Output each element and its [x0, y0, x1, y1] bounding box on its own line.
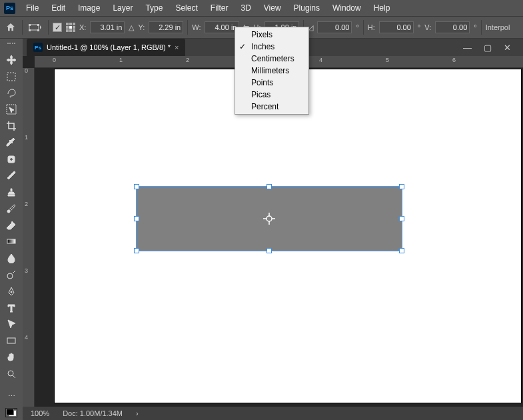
panel-grip[interactable]: [7, 43, 15, 48]
ruler-tick-label: 2: [25, 201, 28, 207]
menu-window[interactable]: Window: [326, 1, 367, 15]
interpolation-label: Interpol: [486, 23, 510, 31]
svg-rect-3: [29, 29, 31, 31]
ruler-tick-label: 6: [452, 57, 456, 63]
handle-bottom-left[interactable]: [134, 248, 139, 253]
units-option-picas[interactable]: Picas: [235, 89, 308, 101]
zoom-readout[interactable]: 100%: [31, 409, 49, 417]
units-option-millimeters[interactable]: Millimeters: [235, 65, 308, 77]
zoom-tool-icon[interactable]: [3, 367, 19, 381]
canvas-viewport[interactable]: [35, 68, 523, 407]
svg-rect-12: [7, 338, 15, 343]
marquee-tool-icon[interactable]: [3, 69, 19, 84]
w-label: W:: [192, 23, 201, 31]
menu-view[interactable]: View: [258, 1, 287, 15]
edit-toolbar-icon[interactable]: ⋯: [3, 389, 19, 404]
menu-layer[interactable]: Layer: [107, 1, 139, 15]
units-option-inches[interactable]: Inches: [235, 41, 308, 53]
lasso-tool-icon[interactable]: [3, 86, 19, 101]
window-minimize-icon[interactable]: —: [463, 43, 472, 53]
handle-top-left[interactable]: [134, 184, 139, 189]
vskew-field[interactable]: 0.00: [435, 21, 470, 33]
object-selection-tool-icon[interactable]: [3, 102, 19, 117]
hand-tool-icon[interactable]: [3, 350, 19, 365]
menu-edit[interactable]: Edit: [45, 1, 71, 15]
units-option-centimeters[interactable]: Centimeters: [235, 53, 308, 65]
menu-image[interactable]: Image: [72, 1, 106, 15]
svg-point-11: [11, 291, 12, 293]
doc-size-readout[interactable]: Doc: 1.00M/1.34M: [63, 409, 123, 417]
svg-point-10: [7, 273, 13, 279]
gradient-tool-icon[interactable]: [3, 235, 19, 249]
dodge-tool-icon[interactable]: [3, 267, 19, 282]
handle-middle-left[interactable]: [134, 216, 139, 221]
deg-icon: °: [356, 23, 358, 31]
divider: [22, 20, 23, 35]
divider: [363, 20, 364, 35]
hskew-field[interactable]: 0.00: [379, 21, 414, 33]
svg-point-14: [266, 216, 272, 221]
history-brush-tool-icon[interactable]: [3, 201, 19, 216]
ruler-tick-label: 3: [25, 267, 28, 274]
brush-tool-icon[interactable]: [3, 168, 19, 183]
x-field[interactable]: 3.01 in: [90, 21, 125, 33]
pen-tool-icon[interactable]: [3, 284, 19, 299]
clone-stamp-tool-icon[interactable]: [3, 185, 19, 199]
color-swatch[interactable]: [3, 405, 19, 420]
ruler-vertical[interactable]: 01234: [23, 68, 35, 407]
rectangle-tool-icon[interactable]: [3, 333, 19, 348]
menu-3d[interactable]: 3D: [235, 1, 257, 15]
menubar: Ps File Edit Image Layer Type Select Fil…: [0, 0, 523, 16]
units-option-percent[interactable]: Percent: [235, 101, 308, 113]
menu-help[interactable]: Help: [368, 1, 396, 15]
close-tab-icon[interactable]: ×: [175, 43, 179, 51]
ruler-tick-label: 0: [25, 67, 28, 74]
ps-file-icon: Ps: [33, 43, 43, 52]
svg-rect-1: [29, 24, 31, 26]
y-field[interactable]: 2.29 in: [149, 21, 183, 33]
window-maximize-icon[interactable]: ▢: [484, 43, 492, 53]
menu-type[interactable]: Type: [139, 1, 169, 15]
window-close-icon[interactable]: ✕: [504, 43, 511, 53]
blur-tool-icon[interactable]: [3, 251, 19, 265]
units-option-pixels[interactable]: Pixels: [235, 29, 308, 41]
healing-brush-tool-icon[interactable]: [3, 152, 19, 167]
reference-point-grid[interactable]: [66, 23, 75, 32]
document-tab[interactable]: Ps Untitled-1 @ 100% (Layer 1, RGB/8) * …: [27, 39, 185, 56]
handle-bottom-middle[interactable]: [266, 248, 272, 253]
home-icon[interactable]: [3, 20, 18, 35]
divider: [481, 20, 482, 35]
handle-middle-right[interactable]: [399, 216, 404, 221]
document-title: Untitled-1 @ 100% (Layer 1, RGB/8) *: [47, 43, 171, 51]
units-context-menu: PixelsInchesCentimetersMillimetersPoints…: [235, 27, 309, 115]
menu-filter[interactable]: Filter: [205, 1, 235, 15]
crop-tool-icon[interactable]: [3, 119, 19, 133]
handle-bottom-right[interactable]: [399, 248, 404, 253]
y-label: Y:: [138, 23, 145, 31]
transform-bounding-box[interactable]: [136, 186, 402, 251]
delta-icon[interactable]: △: [129, 23, 134, 32]
move-tool-icon[interactable]: [3, 53, 19, 67]
transform-bounding-box-icon[interactable]: [27, 21, 44, 34]
handle-top-right[interactable]: [399, 184, 404, 189]
path-selection-tool-icon[interactable]: [3, 317, 19, 331]
divider: [187, 20, 188, 35]
reference-point-toggle[interactable]: ✓: [53, 23, 62, 32]
menu-plugins[interactable]: Plugins: [288, 1, 326, 15]
angle-field[interactable]: 0.00: [317, 21, 352, 33]
handle-top-middle[interactable]: [266, 184, 272, 189]
ruler-tick-label: 1: [25, 134, 28, 141]
units-option-points[interactable]: Points: [235, 77, 308, 89]
menu-select[interactable]: Select: [169, 1, 203, 15]
canvas[interactable]: [55, 69, 521, 403]
svg-rect-5: [7, 73, 15, 81]
eraser-tool-icon[interactable]: [3, 218, 19, 233]
eyedropper-tool-icon[interactable]: [3, 135, 19, 150]
svg-point-13: [8, 371, 13, 376]
transform-center-icon[interactable]: [263, 213, 275, 225]
ruler-tick-label: 2: [186, 57, 189, 63]
menu-file[interactable]: File: [20, 1, 45, 15]
status-arrow-icon[interactable]: ›: [136, 409, 139, 417]
type-tool-icon[interactable]: [3, 301, 19, 315]
deg-icon: °: [418, 23, 420, 31]
